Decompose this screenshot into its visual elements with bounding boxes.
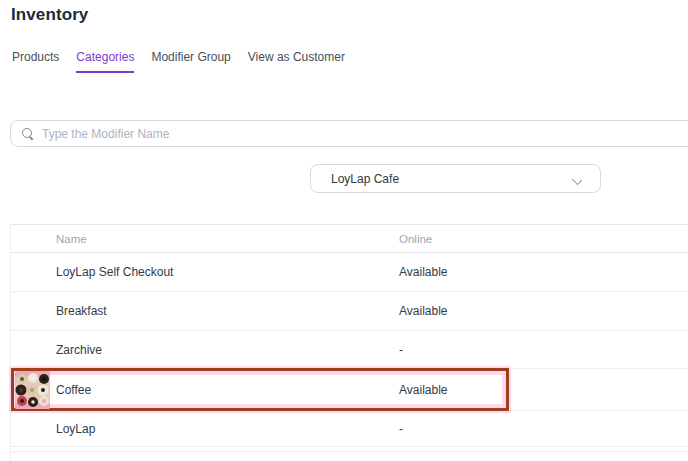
inventory-tabs: Products Categories Modifier Group View … (12, 50, 362, 73)
coffee-category-thumbnail (15, 371, 50, 409)
store-dropdown[interactable]: LoyLap Cafe (310, 164, 601, 193)
online-status: - (399, 422, 688, 436)
chevron-down-icon (572, 174, 582, 184)
online-status: Available (399, 304, 688, 318)
category-name: Breakfast (11, 304, 399, 318)
tab-categories[interactable]: Categories (76, 50, 134, 73)
category-name: LoyLap (11, 422, 399, 436)
tab-products[interactable]: Products (12, 50, 59, 71)
online-status: - (399, 343, 688, 357)
search-icon (22, 128, 34, 140)
table-row[interactable]: Breakfast Available (11, 292, 688, 331)
categories-table: Name Online LoyLap Self Checkout Availab… (10, 224, 688, 461)
page-title: Inventory (11, 5, 88, 25)
search-input[interactable] (42, 127, 688, 141)
category-name: LoyLap Self Checkout (11, 265, 399, 279)
table-row[interactable]: LoyLap - (11, 411, 688, 447)
category-name: Coffee (11, 383, 399, 397)
column-header-online: Online (399, 233, 688, 245)
table-row[interactable]: Zarchive - (11, 331, 688, 369)
modifier-search-bar[interactable] (10, 120, 688, 147)
tab-view-as-customer[interactable]: View as Customer (248, 50, 345, 71)
table-row-partial (11, 452, 688, 461)
table-row[interactable]: LoyLap Self Checkout Available (11, 253, 688, 292)
category-name: Zarchive (11, 343, 399, 357)
store-dropdown-value: LoyLap Cafe (331, 172, 572, 186)
table-header: Name Online (11, 225, 688, 253)
column-header-name: Name (11, 233, 399, 245)
tab-modifier-group[interactable]: Modifier Group (151, 50, 230, 71)
online-status: Available (399, 383, 688, 397)
online-status: Available (399, 265, 688, 279)
table-row-coffee[interactable]: Coffee Available (11, 369, 688, 411)
